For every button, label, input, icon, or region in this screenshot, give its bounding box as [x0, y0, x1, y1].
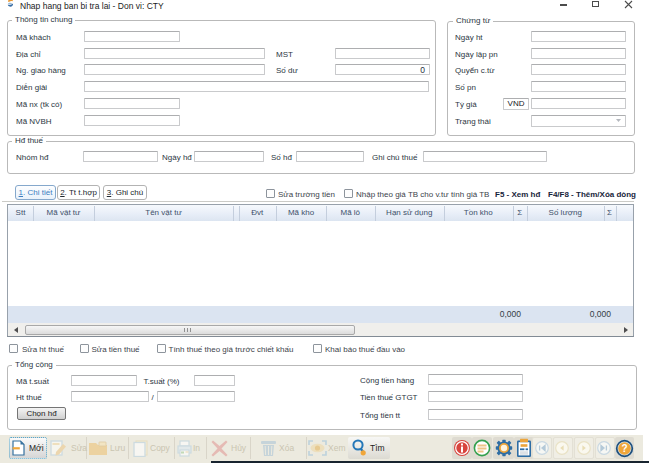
svg-text:?: ? — [621, 443, 627, 454]
